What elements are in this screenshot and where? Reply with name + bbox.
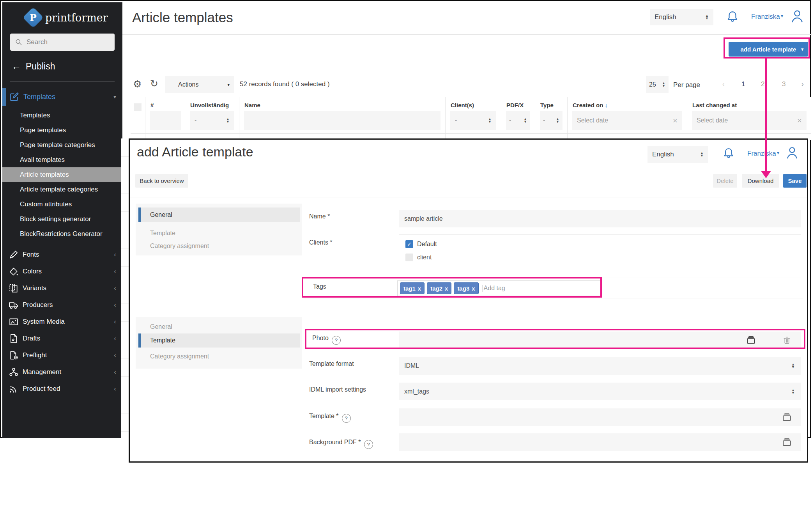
sidebar-item-blockrestrictions-generator[interactable]: BlockRestrictions Generator [2, 227, 122, 241]
help-icon[interactable]: ? [364, 440, 373, 449]
user-caret-icon[interactable]: ▾ [781, 13, 783, 19]
column-pdfx: PDF/X - ▲▼ [501, 97, 535, 140]
delete-button[interactable]: Delete [713, 174, 737, 188]
clients-filter-select[interactable]: - ▲▼ [450, 111, 496, 130]
clear-date-icon[interactable]: × [797, 116, 802, 125]
sidebar-item-block-settings-generator[interactable]: Block settings generator [2, 212, 122, 227]
id-filter-input[interactable] [150, 111, 181, 130]
sidebar-item-product-feed[interactable]: Product feed ‹ [2, 380, 122, 397]
chevron-left-icon: ‹ [114, 368, 116, 376]
tab-general[interactable]: General [150, 323, 172, 330]
remove-tag-icon[interactable]: x [418, 285, 421, 292]
tab-template-active[interactable]: Template [138, 333, 300, 348]
sidebar-item-preflight[interactable]: Preflight ‹ [2, 347, 122, 364]
user-name[interactable]: Franziska [747, 150, 776, 158]
client-option-default[interactable]: ✓ Default [405, 240, 794, 248]
help-icon[interactable]: ? [332, 336, 341, 345]
sidebar-item-custom-attributes[interactable]: Custom attributes [2, 197, 122, 212]
notifications-bell-icon[interactable] [722, 147, 735, 160]
table-header: # Unvollständig - ▲▼ Name Client(s) - ▲▼ [131, 97, 811, 140]
tag-chip[interactable]: tag3x [454, 282, 478, 294]
tab-template[interactable]: Template [150, 230, 175, 237]
name-input[interactable]: sample article [399, 210, 801, 227]
tag-chip[interactable]: tag2x [427, 282, 451, 294]
active-tab-bar [138, 208, 141, 222]
clear-date-icon[interactable]: × [673, 116, 678, 125]
language-select[interactable]: English ▲▼ [650, 9, 713, 25]
remove-tag-icon[interactable]: x [445, 285, 448, 292]
sidebar-item-colors[interactable]: Colors ‹ [2, 263, 122, 280]
remove-tag-icon[interactable]: x [472, 285, 475, 292]
back-to-publish-link[interactable]: ← Publish [12, 61, 122, 72]
page-2[interactable]: 2 [761, 80, 764, 88]
sort-desc-arrow-icon[interactable]: ↓ [605, 102, 608, 108]
select-all-cell [131, 97, 145, 140]
org-icon [9, 367, 19, 377]
sidebar-item-producers[interactable]: Producers ‹ [2, 296, 122, 313]
refresh-icon[interactable]: ↻ [150, 78, 158, 89]
user-caret-icon[interactable]: ▾ [777, 150, 779, 156]
user-name[interactable]: Franziska [751, 13, 780, 21]
sidebar-item-page-template-categories[interactable]: Page template categories [2, 138, 122, 153]
sidebar-item-drafts[interactable]: Drafts ‹ [2, 330, 122, 347]
sidebar-item-avail-templates[interactable]: Avail templates [2, 153, 122, 167]
created-on-date-filter[interactable]: Select date × [572, 111, 682, 130]
save-button[interactable]: Save [783, 174, 807, 188]
user-avatar-icon[interactable] [789, 7, 805, 25]
gear-icon[interactable]: ⚙ [133, 78, 142, 90]
browse-files-icon[interactable] [746, 335, 756, 345]
sidebar-item-management[interactable]: Management ‹ [2, 364, 122, 380]
search-icon [15, 38, 23, 46]
back-to-overview-button[interactable]: Back to overview [135, 174, 188, 188]
add-article-template-button[interactable]: add Article template ▾ [729, 42, 808, 57]
client-option-client[interactable]: client [405, 254, 794, 261]
chevron-left-icon: ‹ [114, 301, 116, 309]
tags-input[interactable]: tag1x tag2x tag3x Add tag [397, 280, 601, 296]
sidebar-item-templates[interactable]: Templates [2, 108, 122, 123]
pdfx-filter-select[interactable]: - ▲▼ [506, 111, 530, 130]
type-filter-select[interactable]: - ▲▼ [540, 111, 563, 130]
tag-chip[interactable]: tag1x [400, 282, 425, 294]
checkbox-unchecked-icon[interactable] [405, 254, 413, 261]
download-button[interactable]: Download [742, 174, 779, 188]
sidebar-item-article-template-categories[interactable]: Article template categories [2, 182, 122, 197]
photo-field[interactable] [399, 332, 801, 348]
background-pdf-field[interactable] [399, 433, 801, 451]
search-input[interactable]: Search [10, 34, 115, 51]
sidebar-item-system-media[interactable]: System Media ‹ [2, 313, 122, 330]
browse-files-icon[interactable] [782, 437, 792, 447]
sidebar-item-variants[interactable]: Variants ‹ [2, 280, 122, 296]
notifications-bell-icon[interactable] [726, 10, 739, 24]
select-arrows-icon: ▲▼ [705, 14, 709, 20]
dialog-language-select[interactable]: English ▲▼ [647, 146, 708, 163]
page-3[interactable]: 3 [782, 80, 785, 88]
sidebar-item-fonts[interactable]: Fonts ‹ [2, 246, 122, 263]
idml-import-settings-select[interactable]: xml_tags ▲▼ [399, 383, 801, 400]
prev-page-chevron-icon[interactable]: ‹ [722, 80, 725, 88]
actions-dropdown[interactable]: Actions ▾ [165, 76, 234, 93]
sidebar-icon-list: Fonts ‹ Colors ‹ Variants ‹ Producers ‹ [2, 246, 122, 397]
sidebar-item-article-templates[interactable]: Article templates [2, 167, 122, 182]
select-all-checkbox[interactable] [134, 103, 142, 111]
tab-category-assignment[interactable]: Category assignment [150, 243, 209, 250]
created-on-label[interactable]: Created on [573, 102, 603, 108]
name-filter-input[interactable] [244, 111, 440, 130]
tab-category-assignment[interactable]: Category assignment [150, 353, 209, 360]
sidebar-item-page-templates[interactable]: Page templates [2, 123, 122, 138]
tab-general-active[interactable]: General [138, 208, 300, 222]
checkbox-checked-icon[interactable]: ✓ [405, 240, 413, 248]
per-page-select[interactable]: 25 ▲▼ [646, 76, 669, 93]
last-changed-date-filter[interactable]: Select date × [692, 111, 807, 130]
browse-files-icon[interactable] [782, 412, 792, 422]
trash-icon[interactable] [782, 335, 792, 345]
help-icon[interactable]: ? [342, 414, 351, 423]
user-avatar-icon[interactable] [785, 144, 800, 161]
template-format-select[interactable]: IDML ▲▼ [399, 357, 801, 375]
next-page-chevron-icon[interactable]: › [801, 80, 804, 88]
template-file-field[interactable] [399, 408, 801, 426]
page-1[interactable]: 1 [741, 80, 745, 88]
sidebar-section-templates[interactable]: Templates ▾ [2, 88, 122, 106]
column-id: # [145, 97, 185, 140]
pen-icon [9, 250, 19, 260]
unvollstaendig-filter-select[interactable]: - ▲▼ [190, 111, 234, 130]
